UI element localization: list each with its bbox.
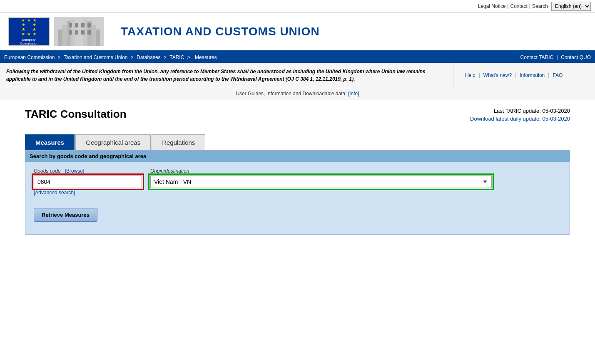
download-link[interactable]: Download latest daily update: 05-03-2020: [470, 116, 570, 122]
contact-link[interactable]: Contact: [510, 3, 527, 9]
svg-rect-10: [69, 30, 72, 35]
bc-sep2: >: [131, 54, 135, 60]
user-guides-bar: User Guides, Information and Downloadabl…: [0, 88, 595, 99]
contact-quo-link[interactable]: Contact QUO: [561, 54, 591, 60]
header: ★ ★ ★★ ★★ ★★ ★ ★ EuropeanCommission: [0, 13, 595, 52]
tabs: Measures Geographical areas Regulations: [25, 134, 570, 150]
goods-code-label: Goods code [Browse]: [34, 168, 142, 174]
svg-rect-11: [75, 30, 78, 35]
bc-sep1: >: [58, 54, 62, 60]
page-title-area: TARIC Consultation Last TARIC update: 05…: [25, 108, 570, 122]
building-logo: [54, 17, 104, 46]
breadcrumb-tcu[interactable]: Taxation and Customs Union: [64, 54, 127, 60]
notice-area: Following the withdrawal of the United K…: [0, 63, 595, 88]
notice-text: Following the withdrawal of the United K…: [0, 63, 453, 88]
info-link[interactable]: [Info]: [348, 91, 359, 97]
eu-stars: ★ ★ ★★ ★★ ★★ ★ ★: [21, 18, 37, 36]
bc-sep3: >: [164, 54, 168, 60]
bc-sep4: >: [187, 54, 192, 60]
contact-sep: |: [557, 54, 559, 60]
retrieve-measures-button[interactable]: Retrieve Measures: [34, 208, 97, 222]
sep2: |: [529, 3, 530, 9]
search-link[interactable]: Search: [532, 3, 548, 9]
breadcrumb-measures: Measures: [195, 54, 217, 60]
user-guides-text: User Guides, Information and Downloadabl…: [236, 91, 346, 97]
contact-links: Contact TARIC | Contact QUO: [520, 54, 591, 60]
logo-area: ★ ★ ★★ ★★ ★★ ★ ★ EuropeanCommission: [0, 17, 112, 50]
tab-regulations[interactable]: Regulations: [152, 134, 205, 150]
svg-rect-13: [87, 30, 91, 35]
page-title: TARIC Consultation: [25, 108, 127, 121]
notice-links: Help | What's new? | Information | FAQ: [453, 63, 595, 88]
faq-link[interactable]: FAQ: [553, 72, 563, 78]
search-panel: Search by goods code and geographical ar…: [25, 150, 570, 235]
tabs-container: Measures Geographical areas Regulations …: [25, 134, 570, 235]
whats-new-link[interactable]: What's new?: [483, 72, 512, 78]
tab-geographical-areas[interactable]: Geographical areas: [75, 134, 151, 150]
origin-select[interactable]: Viet Nam - VN: [150, 176, 492, 188]
language-select[interactable]: English (en): [551, 2, 591, 11]
tab-measures[interactable]: Measures: [25, 134, 75, 150]
legal-notice-link[interactable]: Legal Notice: [478, 3, 506, 9]
blue-nav: European Commission > Taxation and Custo…: [0, 52, 595, 63]
breadcrumb-taric[interactable]: TARIC: [169, 54, 184, 60]
information-link[interactable]: Information: [520, 72, 545, 78]
help-nav: Help | What's new? | Information | FAQ: [462, 72, 587, 78]
help-link[interactable]: Help: [465, 72, 476, 78]
svg-rect-7: [75, 23, 78, 27]
goods-code-input[interactable]: [34, 176, 142, 188]
last-update-date: 05-03-2020: [543, 108, 570, 114]
update-info: Last TARIC update: 05-03-2020 Download l…: [470, 108, 570, 122]
contact-taric-link[interactable]: Contact TARIC: [520, 54, 554, 60]
svg-rect-8: [81, 23, 85, 27]
breadcrumb-ec[interactable]: European Commission: [4, 54, 55, 60]
site-title: TAXATION AND CUSTOMS UNION: [112, 25, 332, 42]
svg-rect-12: [81, 30, 85, 35]
origin-label: Origin/destination: [150, 168, 492, 174]
last-update-label: Last TARIC update:: [494, 108, 541, 114]
form-row-inputs: Goods code [Browse] [Advanced search] Or…: [34, 168, 561, 196]
origin-group: Origin/destination Viet Nam - VN: [150, 168, 492, 188]
browse-link[interactable]: [Browse]: [65, 168, 85, 174]
top-bar: Legal Notice | Contact | Search English …: [0, 0, 595, 13]
svg-rect-6: [69, 23, 72, 27]
search-panel-title: Search by goods code and geographical ar…: [25, 151, 570, 162]
goods-code-group: Goods code [Browse] [Advanced search]: [34, 168, 142, 196]
commission-text: EuropeanCommission: [20, 38, 38, 45]
advanced-search-link[interactable]: [Advanced search]: [34, 190, 142, 196]
breadcrumb: European Commission > Taxation and Custo…: [4, 52, 219, 63]
svg-rect-9: [87, 23, 91, 27]
eu-logo: ★ ★ ★★ ★★ ★★ ★ ★ EuropeanCommission: [8, 17, 50, 46]
main-content: TARIC Consultation Last TARIC update: 05…: [0, 99, 595, 243]
sep1: |: [507, 3, 508, 9]
breadcrumb-db[interactable]: Databases: [137, 54, 160, 60]
